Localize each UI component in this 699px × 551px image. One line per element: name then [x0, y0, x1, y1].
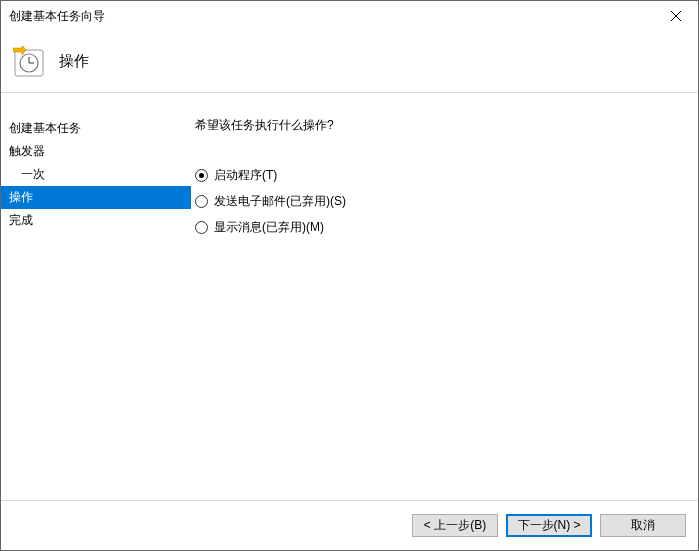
radio-option-0[interactable]: 启动程序(T)	[195, 162, 698, 188]
sidebar-item-4[interactable]: 完成	[1, 209, 191, 232]
next-button[interactable]: 下一步(N) >	[506, 514, 592, 537]
close-button[interactable]	[653, 1, 698, 31]
wizard-window: 创建基本任务向导 操作 创建基本任务触发器一次操作完成 希望该任务执行什么操作?…	[0, 0, 699, 551]
sidebar-item-0[interactable]: 创建基本任务	[1, 117, 191, 140]
radio-label: 显示消息(已弃用)(M)	[214, 219, 324, 236]
wizard-sidebar: 创建基本任务触发器一次操作完成	[1, 93, 191, 500]
radio-icon	[195, 195, 208, 208]
wizard-footer: < 上一步(B) 下一步(N) > 取消	[1, 500, 698, 550]
radio-icon	[195, 221, 208, 234]
radio-option-1[interactable]: 发送电子邮件(已弃用)(S)	[195, 188, 698, 214]
task-clock-icon	[13, 46, 45, 78]
page-title: 操作	[59, 52, 89, 71]
radio-option-2[interactable]: 显示消息(已弃用)(M)	[195, 214, 698, 240]
wizard-content: 希望该任务执行什么操作? 启动程序(T)发送电子邮件(已弃用)(S)显示消息(已…	[191, 93, 698, 500]
cancel-button[interactable]: 取消	[600, 514, 686, 537]
titlebar: 创建基本任务向导	[1, 1, 698, 31]
radio-icon	[195, 169, 208, 182]
close-icon	[671, 11, 681, 21]
wizard-header: 操作	[1, 31, 698, 93]
window-title: 创建基本任务向导	[9, 8, 653, 25]
radio-label: 启动程序(T)	[214, 167, 277, 184]
prompt-text: 希望该任务执行什么操作?	[195, 117, 698, 134]
wizard-body: 创建基本任务触发器一次操作完成 希望该任务执行什么操作? 启动程序(T)发送电子…	[1, 93, 698, 500]
sidebar-item-1[interactable]: 触发器	[1, 140, 191, 163]
sidebar-item-3[interactable]: 操作	[1, 186, 191, 209]
sidebar-item-2[interactable]: 一次	[1, 163, 191, 186]
radio-label: 发送电子邮件(已弃用)(S)	[214, 193, 346, 210]
back-button[interactable]: < 上一步(B)	[412, 514, 498, 537]
